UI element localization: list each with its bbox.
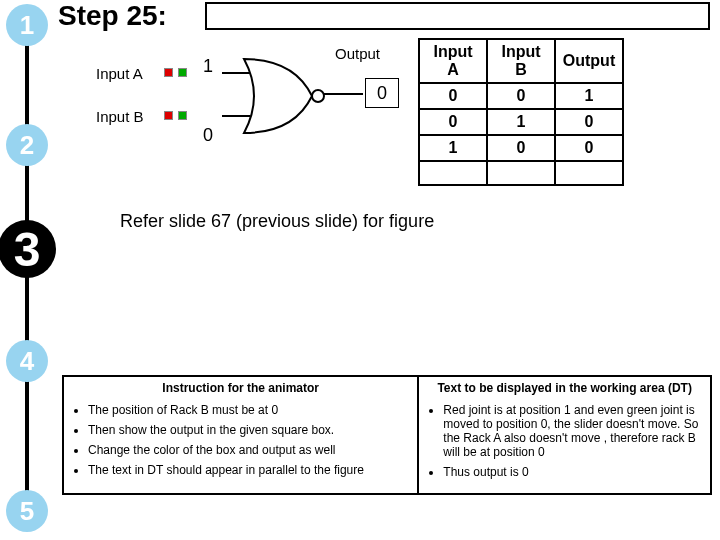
input-a-value: 1 (203, 56, 213, 77)
input-b-value: 0 (203, 125, 213, 146)
cell: 0 (487, 135, 555, 161)
truth-table: Input A Input B Output 0 0 1 0 1 0 1 0 0 (418, 38, 624, 186)
list-item: The position of Rack B must be at 0 (88, 403, 409, 417)
table-row (419, 161, 623, 185)
instruction-box: Instruction for the animator The positio… (62, 375, 712, 495)
cell (555, 161, 623, 185)
instruction-right-header: Text to be displayed in the working area… (427, 381, 702, 399)
instruction-left-header: Instruction for the animator (72, 381, 409, 399)
refer-note: Refer slide 67 (previous slide) for figu… (120, 210, 434, 233)
input-b-label: Input B (96, 108, 144, 125)
output-value-box: 0 (365, 78, 399, 108)
list-item: Then show the output in the given square… (88, 423, 409, 437)
output-label: Output (335, 45, 380, 62)
svg-point-0 (312, 90, 324, 102)
list-item: Change the color of the box and output a… (88, 443, 409, 457)
th-output: Output (555, 39, 623, 83)
cell: 1 (555, 83, 623, 109)
list-item: Thus output is 0 (443, 465, 702, 479)
cell: 0 (419, 109, 487, 135)
step-3-active: 3 (0, 220, 56, 278)
cell (419, 161, 487, 185)
table-row: 0 1 0 (419, 109, 623, 135)
title-empty-box (205, 2, 710, 30)
table-row: 1 0 0 (419, 135, 623, 161)
step-5: 5 (6, 490, 48, 532)
cell: 0 (419, 83, 487, 109)
step-2: 2 (6, 124, 48, 166)
cell: 1 (419, 135, 487, 161)
list-item: Red joint is at position 1 and even gree… (443, 403, 702, 459)
instruction-right-list: Red joint is at position 1 and even gree… (427, 403, 702, 479)
cell: 0 (555, 109, 623, 135)
instruction-left-col: Instruction for the animator The positio… (64, 377, 419, 493)
step-4: 4 (6, 340, 48, 382)
joint-red-b (164, 111, 173, 120)
table-row: 0 0 1 (419, 83, 623, 109)
th-input-a: Input A (419, 39, 487, 83)
stepper: 1 2 3 4 5 (0, 0, 52, 540)
page-title: Step 25: (58, 0, 167, 32)
nor-gate-icon (222, 55, 332, 137)
input-a-label: Input A (96, 65, 143, 82)
cell: 0 (555, 135, 623, 161)
cell: 1 (487, 109, 555, 135)
joint-green-b (178, 111, 187, 120)
list-item: The text in DT should appear in parallel… (88, 463, 409, 477)
joint-green-a (178, 68, 187, 77)
joint-red-a (164, 68, 173, 77)
cell (487, 161, 555, 185)
th-input-b: Input B (487, 39, 555, 83)
cell: 0 (487, 83, 555, 109)
instruction-left-list: The position of Rack B must be at 0 Then… (72, 403, 409, 477)
instruction-right-col: Text to be displayed in the working area… (419, 377, 710, 493)
step-1: 1 (6, 4, 48, 46)
